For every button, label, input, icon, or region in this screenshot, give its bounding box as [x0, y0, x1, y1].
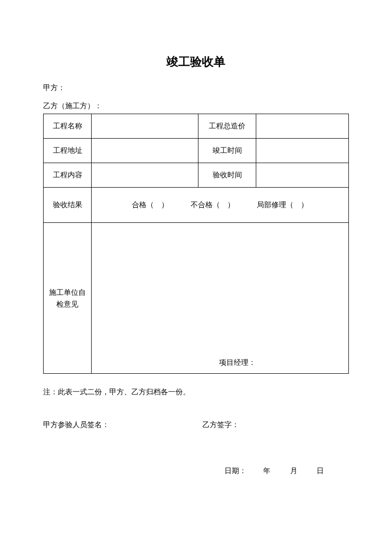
value-acceptance-time[interactable] [256, 163, 349, 188]
table-row: 验收结果 合格（ ） 不合格（ ） 局部修理（ ） [44, 188, 349, 223]
table-row: 工程地址 竣工时间 [44, 139, 349, 163]
date-row: 日期： 年 月 日 [43, 466, 349, 476]
value-total-cost[interactable] [256, 114, 349, 139]
date-label: 日期： [224, 466, 246, 476]
label-acceptance-result: 验收结果 [44, 188, 92, 223]
document-page: 竣工验收单 甲方： 乙方（施工方）： 工程名称 工程总造价 工程地址 竣工时间 … [0, 0, 392, 505]
date-year: 年 [263, 466, 270, 476]
label-opinion: 施工单位自 检意见 [44, 223, 92, 374]
table-row: 施工单位自 检意见 项目经理： [44, 223, 349, 374]
acceptance-table: 工程名称 工程总造价 工程地址 竣工时间 工程内容 验收时间 验收结果 合格（ … [43, 114, 349, 374]
document-title: 竣工验收单 [43, 54, 349, 70]
label-total-cost: 工程总造价 [198, 114, 256, 139]
value-opinion[interactable]: 项目经理： [92, 223, 349, 374]
value-project-name[interactable] [92, 114, 198, 139]
sign-party-b: 乙方签字： [202, 420, 239, 430]
result-options[interactable]: 合格（ ） 不合格（ ） 局部修理（ ） [92, 188, 349, 223]
party-a-line: 甲方： [43, 83, 349, 93]
date-day: 日 [317, 466, 324, 476]
opinion-label-line1: 施工单位自 [49, 289, 86, 296]
label-completion-time: 竣工时间 [198, 139, 256, 163]
label-project-name: 工程名称 [44, 114, 92, 139]
value-project-content[interactable] [92, 163, 198, 188]
note-text: 注：此表一式二份，甲方、乙方归档各一份。 [43, 387, 349, 397]
date-month: 月 [290, 466, 297, 476]
label-acceptance-time: 验收时间 [198, 163, 256, 188]
label-project-content: 工程内容 [44, 163, 92, 188]
label-project-address: 工程地址 [44, 139, 92, 163]
table-row: 工程内容 验收时间 [44, 163, 349, 188]
opinion-label-line2: 检意见 [56, 300, 78, 308]
table-row: 工程名称 工程总造价 [44, 114, 349, 139]
value-completion-time[interactable] [256, 139, 349, 163]
party-b-line: 乙方（施工方）： [43, 101, 349, 111]
value-project-address[interactable] [92, 139, 198, 163]
sign-party-a: 甲方参验人员签名： [43, 420, 202, 430]
label-project-manager: 项目经理： [219, 358, 256, 367]
signature-row: 甲方参验人员签名： 乙方签字： [43, 420, 349, 430]
